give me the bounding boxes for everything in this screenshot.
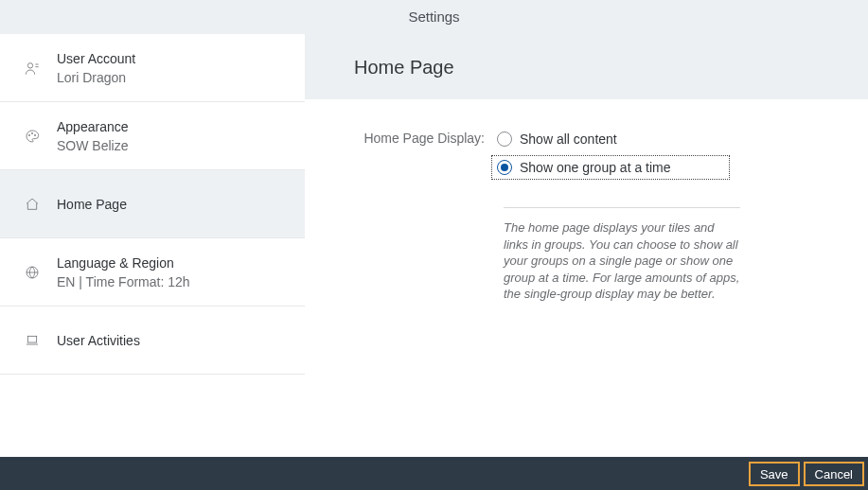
save-button[interactable]: Save (749, 462, 800, 486)
radio-show-all-content[interactable]: Show all content (492, 128, 729, 150)
settings-sidebar: User Account Lori Dragon Appearance SOW … (0, 34, 305, 457)
sidebar-item-language-region[interactable]: Language & Region EN | Time Format: 12h (0, 238, 305, 306)
sidebar-item-appearance[interactable]: Appearance SOW Belize (0, 102, 305, 170)
sidebar-item-label: User Account (57, 51, 135, 66)
field-label-home-page-display: Home Page Display: (343, 128, 492, 146)
svg-point-3 (34, 134, 35, 135)
sidebar-item-label: Language & Region (57, 255, 190, 271)
radio-show-one-group[interactable]: Show one group at a time (492, 156, 729, 179)
user-icon (21, 61, 44, 76)
svg-point-2 (31, 132, 32, 133)
dialog-title: Settings (0, 0, 868, 34)
sidebar-item-user-activities[interactable]: User Activities (0, 306, 305, 375)
home-icon (21, 197, 44, 212)
palette-icon (21, 129, 44, 144)
laptop-icon (21, 333, 44, 348)
sidebar-item-label: User Activities (57, 333, 140, 348)
sidebar-item-sublabel: Lori Dragon (57, 70, 135, 85)
sidebar-item-sublabel: SOW Belize (57, 138, 129, 153)
help-text: The home page displays your tiles and li… (504, 219, 740, 303)
divider (504, 207, 740, 208)
sidebar-item-home-page[interactable]: Home Page (0, 170, 305, 238)
sidebar-item-label: Appearance (57, 119, 129, 134)
radio-label: Show all content (520, 131, 617, 147)
sidebar-item-label: Home Page (57, 197, 127, 212)
svg-point-1 (28, 134, 29, 135)
sidebar-item-user-account[interactable]: User Account Lori Dragon (0, 34, 305, 102)
radio-icon (497, 131, 512, 147)
radio-label: Show one group at a time (520, 160, 671, 175)
svg-point-0 (27, 62, 32, 67)
dialog-footer: Save Cancel (0, 457, 868, 490)
cancel-button[interactable]: Cancel (804, 462, 864, 486)
globe-icon (21, 265, 44, 280)
svg-rect-5 (27, 336, 36, 342)
radio-icon (497, 160, 512, 175)
sidebar-item-sublabel: EN | Time Format: 12h (57, 274, 190, 289)
page-title: Home Page (305, 34, 868, 99)
